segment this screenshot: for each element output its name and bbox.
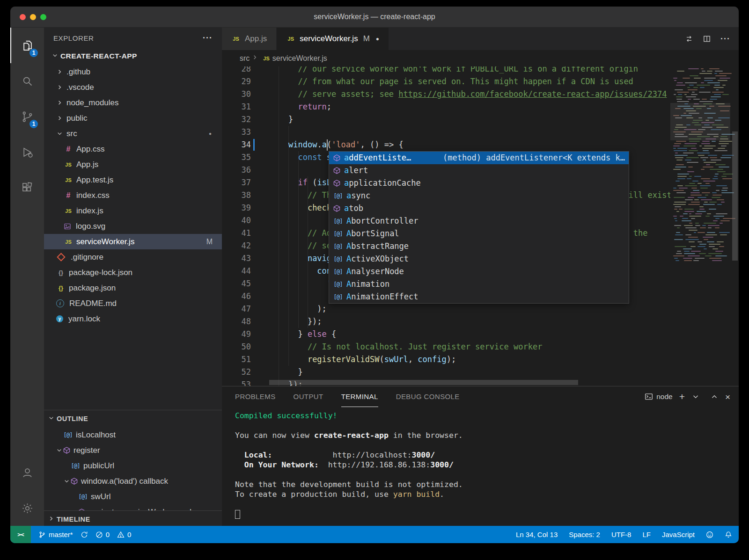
breadcrumb-folder[interactable]: src [240,54,250,63]
outline-item[interactable]: navigator.serviceWorker.read [44,504,222,510]
folder-tree-item[interactable]: .vscode [44,80,222,95]
new-terminal-button[interactable]: + [679,391,685,402]
folder-tree-item[interactable]: .github [44,64,222,80]
suggestion-item[interactable]: [@]AbstractRange [329,240,629,253]
suggestion-item[interactable]: atob [329,202,629,215]
code-line[interactable]: 48 }); [222,315,739,328]
account-button[interactable] [10,455,44,490]
project-root-folder[interactable]: CREATE-REACT-APP [44,48,222,64]
horizontal-scrollbar[interactable] [269,380,578,385]
status-bell-icon[interactable] [725,531,732,538]
maximize-panel-icon[interactable] [710,393,719,401]
minimap[interactable] [670,66,730,386]
line-number: 46 [222,290,251,303]
settings-button[interactable] [10,490,44,526]
terminal-shell-picker[interactable]: node [645,393,672,401]
vertical-scrollbar[interactable] [732,131,738,261]
line-number: 53 [222,378,251,386]
outline-item[interactable]: [@]isLocalhost [44,427,222,443]
status-sync-icon[interactable] [81,531,88,538]
file-tree-item[interactable]: JSApp.test.js [44,172,222,188]
status-item[interactable]: Spaces: 2 [569,531,600,538]
activity-source-control-button[interactable]: 1 [10,99,44,134]
folder-tree-item[interactable]: public [44,110,222,126]
activity-search-button[interactable] [10,63,44,99]
code-line[interactable]: 31 return; [222,101,739,113]
folder-tree-item[interactable]: node_modules [44,95,222,110]
file-tree-item[interactable]: JSApp.js [44,157,222,172]
terminal-output[interactable]: Compiled successfully!You can now view c… [222,407,739,526]
code-line[interactable]: 50 // Is not localhost. Just register se… [222,341,739,353]
outline-item[interactable]: [@]swUrl [44,489,222,504]
file-tree-item[interactable]: iREADME.md [44,296,222,311]
remote-indicator[interactable]: >< [10,526,31,543]
code-line[interactable]: 33 [222,126,739,138]
code-editor[interactable]: 28 // our service worker won't work if P… [222,66,739,386]
file-tree-item[interactable]: #index.css [44,188,222,203]
open-changes-icon[interactable] [685,35,693,43]
code-line[interactable]: 47 ); [222,303,739,315]
suggestion-item[interactable]: [@]Animation [329,278,629,291]
code-line[interactable]: 49 } else { [222,328,739,341]
status-branch-item[interactable]: master* [38,531,73,538]
tab-serviceWorker.js[interactable]: JSserviceWorker.jsM● [277,28,389,50]
code-line[interactable]: 52 } [222,366,739,378]
code-line[interactable]: 32 } [222,113,739,126]
outline-section-header[interactable]: OUTLINE [44,410,222,427]
code-line[interactable]: 28 // our service worker won't work if P… [222,66,739,75]
status-item[interactable]: JavaScript [662,531,695,538]
file-tree-item[interactable]: {}package-lock.json [44,265,222,280]
outline-item[interactable]: [@]publicUrl [44,458,222,473]
activity-explorer-button[interactable]: 1 [10,28,44,63]
panel-tab-debug-console[interactable]: DEBUG CONSOLE [396,386,460,407]
file-tree-item[interactable]: #App.css [44,141,222,157]
panel-tab-problems[interactable]: PROBLEMS [235,386,276,407]
line-number: 31 [222,101,251,113]
code-line[interactable]: 30 // serve assets; see https://github.c… [222,88,739,101]
file-tree-item[interactable]: .gitignore [44,249,222,265]
zoom-window-button[interactable] [40,14,46,20]
suggestion-item[interactable]: [@]AbortSignal [329,227,629,240]
code-line[interactable]: 51 registerValidSW(swUrl, config); [222,353,739,366]
editor-more-actions-icon[interactable]: ··· [720,34,730,44]
close-window-button[interactable] [20,14,26,20]
file-tree-item[interactable]: JSserviceWorker.jsM [44,234,222,249]
activity-run-debug-button[interactable] [10,134,44,170]
suggestion-item[interactable]: [@]ActiveXObject [329,253,629,265]
breadcrumb-file[interactable]: serviceWorker.js [272,54,327,63]
file-tree-item[interactable]: {}package.json [44,280,222,296]
status-item[interactable]: Ln 34, Col 13 [516,531,558,538]
panel-tab-terminal[interactable]: TERMINAL [341,386,378,407]
suggestion-item[interactable]: alert [329,164,629,177]
folder-tree-item[interactable]: src● [44,126,222,141]
close-panel-icon[interactable]: × [725,393,730,401]
explorer-actions-more-icon[interactable]: ··· [203,33,213,43]
status-item[interactable]: LF [642,531,651,538]
suggestion-label: AnimationEffect [346,291,419,303]
activity-extensions-button[interactable] [10,170,44,205]
outline-item[interactable]: window.a('load') callback [44,473,222,489]
file-tree-item[interactable]: logo.svg [44,218,222,234]
file-name: logo.svg [76,222,105,231]
minimize-window-button[interactable] [30,14,36,20]
code-line[interactable]: 34 window.a('load', () => { [222,138,739,151]
suggestion-item[interactable]: [@]AbortController [329,215,629,227]
tab-App.js[interactable]: JSApp.js [222,28,277,50]
code-line[interactable]: 29 // from what our page is served on. T… [222,75,739,88]
suggestion-item[interactable]: [@]AnimationEffect [329,291,629,303]
status-warning-item[interactable]: 0 [117,531,131,538]
status-item[interactable]: UTF-8 [611,531,632,538]
suggestion-item[interactable]: [@]async [329,189,629,202]
panel-tab-output[interactable]: OUTPUT [294,386,323,407]
suggestion-item[interactable]: addEventListe…(method) addEventListener<… [329,152,629,164]
timeline-section-header[interactable]: TIMELINE [44,511,222,526]
suggestion-item[interactable]: [@]AnalyserNode [329,265,629,278]
suggestion-item[interactable]: applicationCache [329,177,629,189]
file-tree-item[interactable]: yyarn.lock [44,311,222,327]
status-error-item[interactable]: 0 [95,531,110,538]
file-tree-item[interactable]: JSindex.js [44,203,222,218]
outline-item[interactable]: register [44,443,222,458]
status-feedback-icon[interactable] [706,531,713,538]
split-editor-icon[interactable] [703,35,711,43]
terminal-dropdown-icon[interactable] [691,393,700,401]
